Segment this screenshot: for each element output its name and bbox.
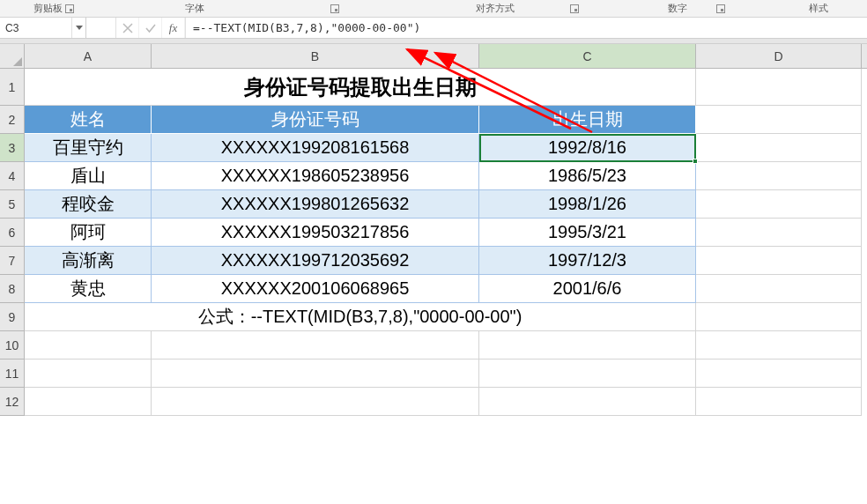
formula-input[interactable]: =--TEXT(MID(B3,7,8),"0000-00-00") <box>185 18 867 38</box>
cell-B12[interactable] <box>152 388 479 416</box>
table-cell-id[interactable]: XXXXXX199503217856 <box>152 219 479 247</box>
cell-D6[interactable] <box>696 219 862 247</box>
worksheet[interactable]: A B C D 1 2 3 4 5 6 7 8 9 10 11 12 身份证号码… <box>0 44 867 504</box>
formula-bar: C3 fx =--TEXT(MID(B3,7,8),"0000-00-00") <box>0 18 867 39</box>
table-cell-id[interactable]: XXXXXX198605238956 <box>152 162 479 190</box>
cell-D10[interactable] <box>696 331 862 359</box>
row-header-1[interactable]: 1 <box>0 69 25 106</box>
cell-title[interactable]: 身份证号码提取出生日期 <box>25 69 696 106</box>
table-cell-dob[interactable]: 1986/5/23 <box>479 162 696 190</box>
cell-C10[interactable] <box>479 331 696 359</box>
cell-D2[interactable] <box>696 106 862 134</box>
row-header-12[interactable]: 12 <box>0 388 25 416</box>
name-box-dropdown[interactable] <box>71 18 85 38</box>
table-cell-name[interactable]: 高渐离 <box>25 247 152 275</box>
table-cell-name[interactable]: 黄忠 <box>25 275 152 303</box>
table-header-name[interactable]: 姓名 <box>25 106 152 134</box>
cell-C11[interactable] <box>479 359 696 388</box>
ribbon-group-alignment: 对齐方式 <box>476 2 515 15</box>
cancel-formula-button[interactable] <box>116 18 139 38</box>
col-header-D[interactable]: D <box>696 44 862 68</box>
table-header-id[interactable]: 身份证号码 <box>152 106 479 134</box>
name-box-container: C3 <box>0 18 86 38</box>
row-header-2[interactable]: 2 <box>0 106 25 134</box>
row-header-4[interactable]: 4 <box>0 162 25 190</box>
col-header-C[interactable]: C <box>479 44 696 68</box>
cell-A10[interactable] <box>25 331 152 359</box>
cell-D3[interactable] <box>696 134 862 162</box>
ribbon-group-labels: 剪贴板 字体 对齐方式 数字 样式 <box>0 0 867 18</box>
cell-D12[interactable] <box>696 388 862 416</box>
row-header-10[interactable]: 10 <box>0 331 25 359</box>
table-cell-dob[interactable]: 2001/6/6 <box>479 275 696 303</box>
column-headers: A B C D <box>25 44 867 69</box>
number-dialog-launcher-icon[interactable] <box>716 4 725 13</box>
cell-D8[interactable] <box>696 275 862 303</box>
row-header-3[interactable]: 3 <box>0 134 25 162</box>
table-cell-dob[interactable]: 1995/3/21 <box>479 219 696 247</box>
cell-C12[interactable] <box>479 388 696 416</box>
font-dialog-launcher-icon[interactable] <box>330 4 339 13</box>
cell-grid[interactable]: 身份证号码提取出生日期 姓名 身份证号码 出生日期 百里守约 XXXXXX199… <box>25 69 867 504</box>
table-cell-name[interactable]: 阿珂 <box>25 219 152 247</box>
cell-A11[interactable] <box>25 359 152 388</box>
table-cell-id[interactable]: XXXXXX200106068965 <box>152 275 479 303</box>
table-cell-id[interactable]: XXXXXX199712035692 <box>152 247 479 275</box>
row-header-11[interactable]: 11 <box>0 359 25 388</box>
cell-D7[interactable] <box>696 247 862 275</box>
cell-B11[interactable] <box>152 359 479 388</box>
row-header-8[interactable]: 8 <box>0 275 25 303</box>
table-cell-name[interactable]: 百里守约 <box>25 134 152 162</box>
alignment-dialog-launcher-icon[interactable] <box>570 4 579 13</box>
row-headers: 1 2 3 4 5 6 7 8 9 10 11 12 <box>0 69 25 416</box>
col-header-B[interactable]: B <box>152 44 479 68</box>
row-header-6[interactable]: 6 <box>0 219 25 247</box>
ribbon-group-number: 数字 <box>668 2 687 15</box>
row-header-9[interactable]: 9 <box>0 303 25 331</box>
table-cell-dob[interactable]: 1992/8/16 <box>479 134 696 162</box>
formula-bar-spacer <box>86 18 116 38</box>
cell-D4[interactable] <box>696 162 862 190</box>
table-cell-name[interactable]: 程咬金 <box>25 190 152 219</box>
cell-D9[interactable] <box>696 303 862 331</box>
col-header-A[interactable]: A <box>25 44 152 68</box>
cell-D11[interactable] <box>696 359 862 388</box>
cell-B10[interactable] <box>152 331 479 359</box>
table-cell-dob[interactable]: 1997/12/3 <box>479 247 696 275</box>
table-header-dob[interactable]: 出生日期 <box>479 106 696 134</box>
formula-bar-buttons: fx <box>116 18 185 38</box>
ribbon-group-clipboard: 剪贴板 <box>33 2 63 15</box>
select-all-corner[interactable] <box>0 44 25 69</box>
cell-A12[interactable] <box>25 388 152 416</box>
row-header-5[interactable]: 5 <box>0 190 25 219</box>
table-cell-name[interactable]: 盾山 <box>25 162 152 190</box>
insert-function-button[interactable]: fx <box>162 18 185 38</box>
ribbon-group-styles: 样式 <box>809 2 828 15</box>
table-cell-dob[interactable]: 1998/1/26 <box>479 190 696 219</box>
cell-formula-note[interactable]: 公式：--TEXT(MID(B3,7,8),"0000-00-00") <box>25 303 696 331</box>
table-cell-id[interactable]: XXXXXX199801265632 <box>152 190 479 219</box>
name-box[interactable]: C3 <box>0 22 71 34</box>
table-cell-id[interactable]: XXXXXX199208161568 <box>152 134 479 162</box>
clipboard-dialog-launcher-icon[interactable] <box>65 4 74 13</box>
cell-D5[interactable] <box>696 190 862 219</box>
cell-D1[interactable] <box>696 69 862 106</box>
ribbon-group-font: 字体 <box>185 2 204 15</box>
enter-formula-button[interactable] <box>139 18 162 38</box>
row-header-7[interactable]: 7 <box>0 247 25 275</box>
